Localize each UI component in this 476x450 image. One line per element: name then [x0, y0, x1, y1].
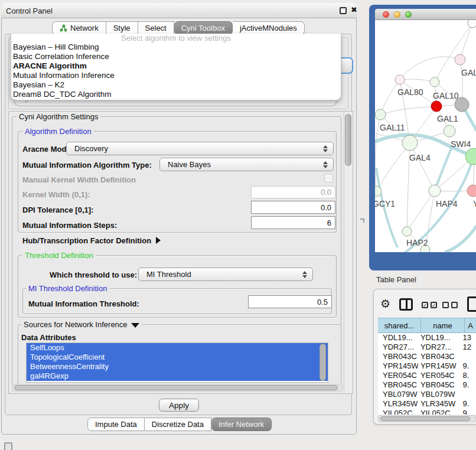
svg-text:HAP2: HAP2: [406, 238, 428, 247]
tab-style[interactable]: Style: [106, 21, 138, 35]
zoom-traffic-light[interactable]: [405, 11, 412, 18]
column-header-shared[interactable]: shared...: [378, 318, 420, 332]
tab-discretize-data[interactable]: Discretize Data: [145, 418, 211, 431]
column-header-name[interactable]: name: [420, 318, 464, 332]
data-attributes-label: Data Attributes: [21, 333, 76, 342]
table-row[interactable]: YBR043C YBR043C: [378, 352, 476, 361]
select-all-checks-icon[interactable]: ✓: [422, 302, 428, 308]
table-header-row: shared... name A: [378, 318, 476, 333]
network-window-titlebar[interactable]: [375, 9, 476, 20]
tab-network[interactable]: Network: [52, 21, 106, 35]
table-row[interactable]: YBR045C YBR045C 9.: [378, 380, 476, 390]
table-row[interactable]: YDL19... YDL19... 13: [378, 333, 476, 343]
mi-threshold-field[interactable]: 0.5: [248, 295, 332, 308]
node-unnamed-top[interactable]: [468, 20, 476, 28]
list-scrollbar-thumb[interactable]: [319, 344, 326, 381]
tab-jactivemnodules[interactable]: jActiveMNodules: [233, 21, 305, 35]
svg-text:GAL11: GAL11: [380, 123, 405, 132]
minimize-traffic-light[interactable]: [394, 11, 400, 18]
dropdown-item-dream8[interactable]: Dream8 DC_TDC Algorithm: [11, 90, 341, 99]
node-gal4[interactable]: [402, 135, 418, 151]
svg-text:GAL4: GAL4: [409, 153, 431, 162]
kernel-width-field[interactable]: 0.0: [251, 186, 335, 198]
collapsed-arrow-icon: [156, 237, 161, 244]
which-threshold-combo[interactable]: MI Threshold: [138, 268, 313, 281]
apply-button[interactable]: Apply: [159, 399, 199, 412]
float-window-icon[interactable]: [340, 7, 347, 14]
file-export-icon[interactable]: [467, 296, 476, 312]
control-panel-tabbar: Network Style Select Cyni Toolbox jActiv…: [52, 21, 305, 35]
svg-text:SWI4: SWI4: [451, 139, 471, 149]
dropdown-item-aracne[interactable]: ARACNE Algorithm: [11, 61, 341, 71]
settings-horizontal-scrollbar[interactable]: [12, 384, 343, 392]
column-header-clipped[interactable]: A: [464, 318, 476, 332]
select-all-checks-icon[interactable]: ✓: [431, 302, 437, 308]
node-gal10[interactable]: [430, 77, 439, 87]
table-panel-title: Table Panel: [376, 275, 416, 284]
unselect-all-checks-icon[interactable]: [442, 302, 449, 308]
scrollbar-thumb[interactable]: [14, 385, 338, 390]
hub-definition-toggle[interactable]: Hub/Transcription Factor Definition: [22, 236, 161, 245]
tab-infer-network[interactable]: Infer Network: [211, 418, 272, 431]
dropdown-item-mutual-info[interactable]: Mutual Information Inference: [11, 71, 341, 80]
aracne-mode-combo[interactable]: Discovery: [66, 142, 334, 155]
control-panel-titlebar: [1, 3, 357, 18]
tab-cyni-toolbox[interactable]: Cyni Toolbox: [174, 21, 233, 35]
network-canvas[interactable]: GAL GAL80 GAL10 GAL1 GAL11 SWI4 GAL4 GCY…: [375, 20, 476, 252]
table-row[interactable]: YLR345W YLR345W 9.: [378, 399, 476, 409]
node-gal1-selected[interactable]: [431, 101, 442, 112]
dropdown-item-bayesian-hill[interactable]: Bayesian – Hill Climbing: [11, 43, 341, 52]
sources-group-title[interactable]: Sources for Network Inference: [21, 320, 142, 329]
control-panel-title: Control Panel: [6, 6, 53, 15]
combo-arrows-icon: [302, 271, 307, 278]
threshold-definition-title: Threshold Definition: [22, 251, 96, 260]
list-item-topological[interactable]: TopologicalCoefficient: [27, 353, 328, 362]
dropdown-item-bayesian-k2[interactable]: Bayesian – K2: [11, 80, 341, 90]
dpi-tolerance-field[interactable]: 0.0: [251, 201, 335, 214]
list-item-betweenness[interactable]: BetweennessCentrality: [27, 362, 328, 371]
table-row[interactable]: YER054C YER054C 8.: [378, 371, 476, 380]
node-gal80[interactable]: [395, 75, 405, 84]
table-row[interactable]: YPR145W YPR145W 9.: [378, 361, 476, 371]
manual-kernel-width-checkbox[interactable]: [324, 174, 333, 182]
close-traffic-light[interactable]: [383, 11, 389, 18]
close-icon[interactable]: ✖: [351, 5, 357, 14]
scrollbar-thumb[interactable]: [380, 416, 470, 421]
data-attributes-list[interactable]: SelfLoops TopologicalCoefficient Between…: [26, 343, 328, 383]
minimized-panel-icon[interactable]: [4, 442, 12, 450]
svg-text:GAL: GAL: [461, 68, 476, 77]
node-gal-pink[interactable]: [455, 54, 465, 65]
dpi-tolerance-label: DPI Tolerance [0,1]:: [22, 206, 93, 214]
expanded-arrow-icon: [131, 323, 139, 328]
node-swi4[interactable]: [444, 125, 455, 137]
algorithm-dropdown-list[interactable]: Select algorithm to view settings Bayesi…: [11, 34, 341, 100]
columns-icon[interactable]: [399, 298, 413, 311]
gear-icon[interactable]: ⚙: [380, 297, 390, 311]
svg-text:GAL1: GAL1: [437, 114, 458, 123]
panel-splitter-handle[interactable]: [360, 219, 364, 223]
svg-text:GAL10: GAL10: [433, 91, 459, 100]
node-hap4[interactable]: [429, 185, 441, 197]
list-item-selfloops[interactable]: SelfLoops: [27, 343, 328, 353]
mi-algorithm-type-combo[interactable]: Naive Bayes: [159, 158, 334, 171]
node-gal11[interactable]: [375, 109, 386, 120]
table-horizontal-scrollbar[interactable]: [378, 415, 476, 422]
bottom-tabbar: Impute Data Discretize Data Infer Networ…: [87, 418, 272, 431]
dropdown-item-basic-correlation[interactable]: Basic Correlation Inference: [11, 52, 341, 61]
network-icon: [60, 24, 67, 32]
kernel-width-label: Kernel Width (0,1):: [22, 190, 90, 199]
settings-vertical-scrollbar[interactable]: [344, 112, 353, 393]
tab-select[interactable]: Select: [138, 21, 174, 35]
node-salmon[interactable]: [467, 185, 476, 197]
scrollbar-thumb[interactable]: [345, 114, 351, 166]
unselect-all-checks-icon[interactable]: [451, 302, 458, 308]
table-row[interactable]: YDR27... YDR27... 12: [378, 343, 476, 352]
table-row[interactable]: YIL052C YIL052C 9: [378, 409, 476, 415]
node-hap2[interactable]: [402, 227, 412, 236]
tab-impute-data[interactable]: Impute Data: [87, 418, 145, 431]
mi-steps-field[interactable]: 6: [251, 216, 335, 229]
tab-network-label: Network: [70, 24, 99, 32]
table-row[interactable]: YBL079W YBL079W: [378, 390, 476, 399]
list-item-gal4rgexp[interactable]: gal4RGexp: [27, 371, 328, 381]
which-threshold-label: Which threshold to use:: [50, 270, 137, 279]
